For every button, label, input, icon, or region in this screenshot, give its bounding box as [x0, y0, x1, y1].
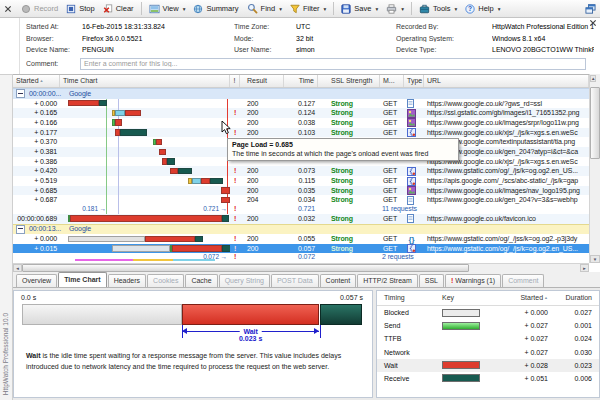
cell-started: + 0.386: [13, 157, 60, 167]
info-close-icon[interactable]: [589, 19, 597, 28]
cell-method: GET: [380, 214, 404, 224]
timing-column-timing[interactable]: Timing: [384, 291, 442, 305]
bar-segment: [156, 139, 162, 145]
request-row[interactable]: + 0.165!2000.124StrongGEThttps://ssl.gst…: [13, 108, 589, 118]
cell-ssl-strength: Strong: [318, 176, 380, 186]
tab-content[interactable]: Content: [320, 274, 357, 287]
horizontal-scrollbar[interactable]: ◄ ►: [13, 263, 589, 272]
dropdown-caret-icon[interactable]: ▾: [183, 6, 186, 12]
cell-started: + 0.000: [13, 234, 60, 244]
dropdown-caret-icon[interactable]: ▾: [324, 6, 327, 12]
timing-row[interactable]: Send+ 0.0270.001: [377, 319, 599, 332]
timing-column-key[interactable]: Key: [442, 291, 502, 305]
column-header-time[interactable]: Time: [284, 75, 318, 87]
field-label: Started At:: [26, 23, 78, 30]
column-header-method[interactable]: M...: [380, 75, 404, 87]
horizontal-scroll-thumb[interactable]: [22, 264, 469, 272]
dropdown-caret-icon[interactable]: ▾: [279, 6, 282, 12]
render-start-line: [106, 99, 107, 215]
request-row[interactable]: + 0.015!2000.057StrongGEThttps://www.gst…: [13, 244, 589, 254]
print-button[interactable]: ▾: [382, 3, 408, 15]
bar-segment: [221, 197, 230, 203]
request-row[interactable]: + 0.177!2000.103StrongGEThttps://www.goo…: [13, 128, 589, 138]
cell-method: GET: [380, 176, 404, 186]
timing-row[interactable]: Receive+ 0.0510.006: [377, 372, 599, 385]
tab-overview[interactable]: Overview: [16, 274, 57, 287]
collapse-icon[interactable]: [16, 89, 25, 98]
comment-input[interactable]: [80, 58, 586, 70]
tab-warnings-1-[interactable]: !Warnings (1): [445, 274, 501, 287]
timing-row[interactable]: Network+ 0.0270.030: [377, 346, 599, 359]
cell-ssl-strength: Strong: [318, 244, 380, 254]
cell-chart-summary: 0.072 →: [60, 253, 230, 262]
timing-row[interactable]: TTFB+ 0.0270.024: [377, 332, 599, 345]
toolbar-button-label: Find: [261, 4, 276, 13]
branding-strip: HttpWatch Professional 10.0: [0, 74, 13, 400]
detail-bar-wait: [182, 304, 320, 325]
tab-ssl[interactable]: SSL: [419, 274, 444, 287]
scroll-left-icon[interactable]: ◄: [13, 264, 22, 272]
vertical-scrollbar[interactable]: ▲ ▼: [589, 74, 600, 263]
group-start-time: 00:00:13...: [29, 224, 61, 235]
find-button[interactable]: Find▾: [243, 2, 286, 15]
timing-row[interactable]: Blocked+ 0.0000.027: [377, 306, 599, 319]
column-header-warn[interactable]: !: [230, 75, 240, 87]
scroll-up-icon[interactable]: ▲: [590, 75, 596, 82]
tab-http-2-stream[interactable]: HTTP/2 Stream: [357, 274, 418, 287]
cell-started: + 0.370: [13, 137, 60, 147]
timing-column-duration[interactable]: Duration: [548, 291, 592, 305]
request-row[interactable]: + 0.6852000.035StrongGEThttps://www.goog…: [13, 186, 589, 196]
clear-button[interactable]: Clear: [99, 3, 138, 15]
request-row[interactable]: + 0.0002000.127StrongGEThttps://www.goog…: [13, 99, 589, 109]
vertical-scroll-thumb[interactable]: [590, 87, 600, 159]
column-header-started[interactable]: Started▲: [13, 75, 60, 87]
column-header-url[interactable]: URL: [424, 75, 589, 87]
cell-url: https://www.google.co.uk/?gws_rd=ssl: [424, 99, 589, 109]
cell-time-chart: [60, 166, 230, 176]
warning-icon: !: [451, 277, 453, 284]
view-button[interactable]: View▾: [145, 3, 190, 15]
timing-started: + 0.027: [502, 319, 548, 332]
request-row[interactable]: 00:00:00.689!2000.032StrongGEThttps://ww…: [13, 214, 589, 224]
dropdown-caret-icon[interactable]: ▾: [401, 6, 404, 12]
column-header-result[interactable]: Result: [240, 75, 284, 87]
tools-button[interactable]: Tools▾: [415, 3, 461, 15]
tab-cache[interactable]: Cache: [185, 274, 217, 287]
dropdown-caret-icon[interactable]: ▾: [375, 6, 378, 12]
request-row[interactable]: + 0.000!2000.055StrongGET{}https://www.g…: [13, 234, 589, 244]
page-group-header[interactable]: 00:00:00...Google: [13, 88, 589, 99]
help-button[interactable]: ?Help▾: [461, 3, 504, 15]
scroll-down-icon[interactable]: ▼: [590, 255, 600, 263]
cell-chart-summary: 0.181 →0.721 →: [60, 205, 230, 214]
dropdown-caret-icon[interactable]: ▾: [498, 6, 501, 12]
field-value: 32 bit: [296, 35, 392, 42]
summary-button[interactable]: Summary: [189, 3, 242, 15]
column-header-type[interactable]: Type: [404, 75, 424, 87]
save-button[interactable]: Save▾: [337, 3, 382, 15]
timing-column-started[interactable]: Started▲: [502, 291, 548, 305]
cell-started: + 0.687: [13, 195, 60, 205]
filter-button[interactable]: Filter▾: [286, 3, 330, 15]
cell-started: + 0.166: [13, 118, 60, 128]
dropdown-caret-icon[interactable]: ▾: [455, 6, 458, 12]
tab-time-chart[interactable]: Time Chart: [58, 272, 106, 287]
scroll-right-icon[interactable]: ►: [580, 264, 589, 272]
toolbar: RecordStopClearView▾SummaryFind▾Filter▾S…: [0, 0, 600, 18]
cell-method: GET: [380, 244, 404, 254]
panel-close-icon[interactable]: [4, 5, 12, 13]
cell-result: 200: [240, 176, 284, 186]
request-row[interactable]: + 0.420!2000.073StrongGEThttps://www.gst…: [13, 166, 589, 176]
request-row[interactable]: + 0.6872040.034StrongGEThttps://www.goog…: [13, 195, 589, 205]
request-row[interactable]: + 0.519!2000.115StrongGEThttps://apis.go…: [13, 176, 589, 186]
script-file-icon: [407, 167, 416, 176]
window-cascade-icon[interactable]: [585, 4, 596, 14]
cell-method: GET: [380, 118, 404, 128]
page-group-header[interactable]: 00:00:13...Google: [13, 224, 589, 235]
collapse-icon[interactable]: [16, 225, 25, 234]
tab-headers[interactable]: Headers: [108, 274, 146, 287]
request-row[interactable]: + 0.1662000.038StrongGEThttps://www.goog…: [13, 118, 589, 128]
timing-row[interactable]: Wait+ 0.0280.023: [377, 359, 599, 372]
stop-button[interactable]: Stop: [62, 3, 98, 15]
column-header-ssl[interactable]: SSL Strength: [318, 75, 380, 87]
column-header-chart[interactable]: Time Chart: [60, 75, 230, 87]
